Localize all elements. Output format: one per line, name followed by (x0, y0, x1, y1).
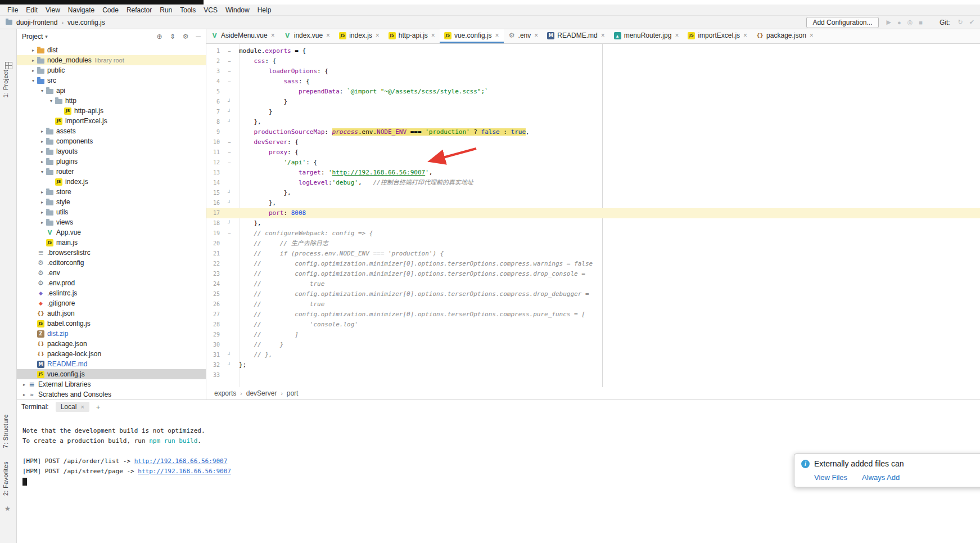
tool-button-favorites[interactable]: 2: Favorites (2, 461, 9, 496)
close-icon[interactable]: × (376, 32, 380, 39)
terminal-link[interactable]: http://192.168.66.56:9007 (138, 468, 231, 475)
breadcrumb-exports[interactable]: exports (214, 389, 236, 397)
tab-index-vue[interactable]: index.vue× (279, 29, 335, 43)
tree-item-browserslistrc[interactable]: .browserslistrc (17, 248, 206, 258)
close-icon[interactable]: × (431, 32, 435, 39)
tree-item-scratches-and-consoles[interactable]: ▸Scratches and Consoles (17, 389, 206, 400)
tree-item-importexcel-js[interactable]: importExcel.js (17, 116, 206, 126)
chevron-right-icon[interactable]: ▸ (38, 149, 46, 154)
commit-icon[interactable]: ✔ (969, 19, 974, 26)
fold-marker[interactable]: ┘ (220, 360, 239, 370)
tree-item-vue-config-js[interactable]: vue.config.js (17, 369, 206, 379)
chevron-down-icon[interactable]: ▾ (45, 34, 48, 39)
tree-item-api[interactable]: ▾api (17, 86, 206, 96)
tab-http-api-js[interactable]: http-api.js× (384, 29, 440, 43)
expand-collapse-icon[interactable]: ⇕ (170, 33, 175, 41)
fold-marker[interactable]: − (220, 46, 239, 56)
fold-marker[interactable]: ┘ (220, 117, 239, 127)
tree-item-dist-zip[interactable]: dist.zip (17, 329, 206, 339)
project-grid-icon[interactable] (5, 62, 12, 69)
tree-item-gitignore[interactable]: .gitignore (17, 298, 206, 308)
chevron-right-icon[interactable]: ▸ (38, 210, 46, 215)
fold-marker[interactable]: ┘ (220, 107, 239, 117)
project-panel-title[interactable]: Project (22, 33, 43, 41)
fold-marker[interactable]: − (220, 66, 239, 77)
tree-item-readme-md[interactable]: README.md (17, 359, 206, 369)
tree-item-main-js[interactable]: main.js (17, 237, 206, 248)
always-add-link[interactable]: Always Add (862, 473, 900, 482)
chevron-right-icon[interactable]: ▸ (38, 129, 46, 134)
tab-asidemenu-vue[interactable]: AsideMenu.vue× (206, 29, 279, 43)
chevron-down-icon[interactable]: ▾ (38, 169, 46, 174)
locate-icon[interactable]: ⊕ (157, 33, 162, 41)
close-icon[interactable]: × (675, 32, 679, 39)
tab-package-json[interactable]: package.json× (752, 29, 818, 43)
tree-item-env[interactable]: .env (17, 268, 206, 278)
tab-importexcel-js[interactable]: importExcel.js× (683, 29, 752, 43)
tab-readme-md[interactable]: README.md× (543, 29, 609, 43)
tree-item-views[interactable]: ▸views (17, 217, 206, 227)
menu-navigate[interactable]: Navigate (64, 5, 98, 15)
close-icon[interactable]: × (810, 32, 814, 39)
chevron-right-icon[interactable]: ▸ (38, 159, 46, 164)
fold-marker[interactable]: ┘ (220, 218, 239, 228)
close-icon[interactable]: × (326, 32, 330, 39)
fold-marker[interactable]: − (220, 56, 239, 66)
code-url-link[interactable]: http://192.168.66.56:9007 (332, 169, 426, 176)
tree-item-style[interactable]: ▸style (17, 197, 206, 207)
close-icon[interactable]: × (534, 32, 538, 39)
chevron-right-icon[interactable]: ▸ (38, 200, 46, 205)
chevron-right-icon[interactable]: ▸ (20, 392, 28, 397)
close-icon[interactable]: × (743, 32, 747, 39)
tree-item-store[interactable]: ▸store (17, 187, 206, 197)
tree-item-router[interactable]: ▾router (17, 167, 206, 177)
code-editor[interactable]: 1−module.exports = {2− css: {3− loaderOp… (206, 44, 980, 387)
chevron-right-icon[interactable]: ▸ (20, 382, 28, 387)
menu-window[interactable]: Window (222, 5, 254, 15)
hide-icon[interactable]: ─ (196, 33, 201, 41)
fold-marker[interactable]: − (220, 147, 239, 158)
chevron-down-icon[interactable]: ▾ (29, 78, 37, 83)
tree-item-package-lock-json[interactable]: package-lock.json (17, 349, 206, 359)
close-icon[interactable]: × (601, 32, 605, 39)
tree-item-editorconfig[interactable]: .editorconfig (17, 258, 206, 268)
tree-item-http[interactable]: ▾http (17, 96, 206, 106)
chevron-down-icon[interactable]: ▾ (38, 88, 46, 93)
debug-icon[interactable]: ● (897, 19, 901, 26)
fold-marker[interactable]: − (220, 77, 239, 87)
close-icon[interactable]: × (495, 32, 499, 39)
terminal-tab-local[interactable]: Local × (56, 402, 89, 412)
tree-item-auth-json[interactable]: auth.json (17, 308, 206, 318)
tool-button-project[interactable]: 1: Project (2, 70, 9, 97)
menu-code[interactable]: Code (98, 5, 123, 15)
fold-marker[interactable]: ┘ (220, 350, 239, 360)
chevron-right-icon[interactable]: ▸ (38, 139, 46, 144)
tree-item-utils[interactable]: ▸utils (17, 207, 206, 217)
fold-marker[interactable]: ┘ (220, 97, 239, 107)
menu-edit[interactable]: Edit (22, 5, 42, 15)
new-terminal-button[interactable]: + (96, 403, 101, 411)
menu-file[interactable]: File (3, 5, 22, 15)
fold-marker[interactable]: − (220, 228, 239, 239)
menu-run[interactable]: Run (156, 5, 176, 15)
stop-icon[interactable]: ■ (919, 19, 923, 26)
chevron-right-icon[interactable]: ▸ (29, 58, 37, 63)
tree-item-node-modules[interactable]: ▸node_moduleslibrary root (17, 55, 206, 65)
favorites-star-icon[interactable]: ★ (4, 505, 11, 513)
tree-item-dist[interactable]: ▸dist (17, 45, 206, 55)
tree-item-eslintrc-js[interactable]: .eslintrc.js (17, 288, 206, 298)
tab-vue-config-js[interactable]: vue.config.js× (440, 29, 504, 43)
chevron-right-icon[interactable]: ▸ (38, 220, 46, 225)
fold-marker[interactable]: − (220, 137, 239, 147)
terminal-link[interactable]: http://192.168.66.56:9007 (134, 457, 228, 465)
chevron-right-icon[interactable]: ▸ (29, 48, 37, 53)
update-project-icon[interactable]: ↻ (958, 19, 963, 26)
menu-view[interactable]: View (42, 5, 64, 15)
tree-item-src[interactable]: ▾src (17, 75, 206, 86)
menu-tools[interactable]: Tools (176, 5, 200, 15)
add-configuration-button[interactable]: Add Configuration... (806, 17, 878, 28)
fold-marker[interactable]: ┘ (220, 188, 239, 198)
tree-item-index-js[interactable]: index.js (17, 177, 206, 187)
menu-refactor[interactable]: Refactor (123, 5, 156, 15)
tree-item-public[interactable]: ▸public (17, 65, 206, 75)
